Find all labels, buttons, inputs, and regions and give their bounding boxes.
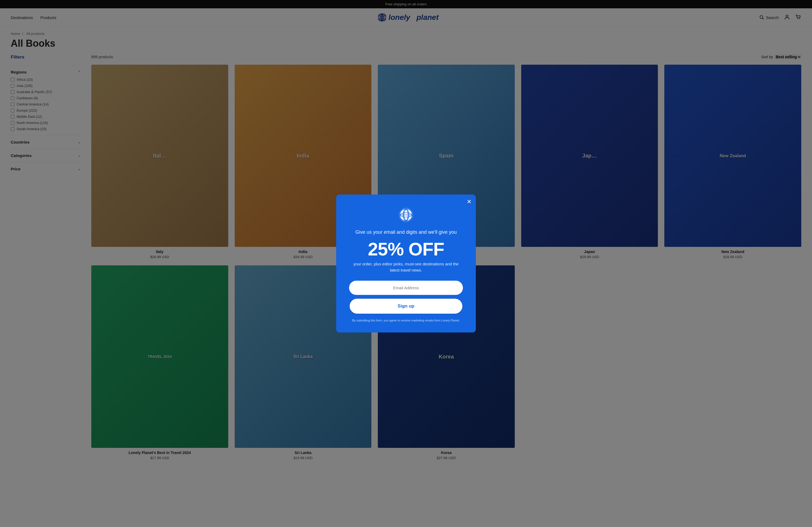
modal-overlay[interactable]: ✕ Give us your email and digits and we'l… <box>0 0 812 460</box>
email-signup-modal: ✕ Give us your email and digits and we'l… <box>336 195 476 332</box>
modal-close-button[interactable]: ✕ <box>467 199 472 205</box>
email-input[interactable] <box>349 281 463 295</box>
modal-globe-icon <box>398 207 414 223</box>
modal-subtitle: Give us your email and digits and we'll … <box>349 229 463 236</box>
modal-description: your order, plus editor picks, must-see … <box>349 261 463 273</box>
modal-discount: 25% OFF <box>349 239 463 259</box>
signup-button[interactable]: Sign up <box>349 298 463 314</box>
modal-disclaimer: By submitting this form, you agree to re… <box>349 318 463 322</box>
